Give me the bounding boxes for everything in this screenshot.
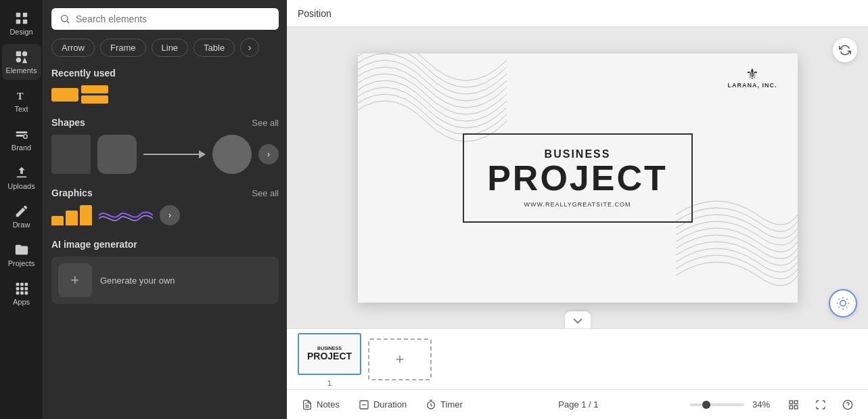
sidebar-item-elements[interactable]: Elements (2, 44, 41, 80)
graphic-wave[interactable] (99, 205, 153, 225)
fullscreen-button[interactable] (811, 395, 830, 414)
chip-frame[interactable]: Frame (100, 39, 146, 57)
slide-number: 1 (327, 379, 332, 387)
svg-rect-15 (24, 283, 28, 286)
shape-rect-small (51, 88, 78, 102)
search-input[interactable] (76, 14, 271, 24)
svg-rect-17 (20, 287, 24, 290)
shape-square[interactable] (51, 135, 91, 174)
page-indicator: Page 1 / 1 (558, 399, 598, 410)
filmstrip: BUSINESS PROJECT 1 + (287, 328, 868, 389)
arrow-head (199, 150, 206, 158)
page-indicator-text: Page 1 / 1 (558, 399, 598, 410)
help-button[interactable] (838, 395, 857, 414)
timer-label: Timer (440, 399, 463, 410)
slide-url: WWW.REALLYGREATSITE.COM (484, 201, 671, 208)
graphics-section-header: Graphics See all (51, 188, 279, 198)
notes-button[interactable]: Notes (298, 397, 344, 413)
ai-plus-button[interactable]: + (58, 263, 92, 297)
svg-line-32 (846, 299, 847, 300)
svg-line-23 (67, 21, 69, 23)
chip-table[interactable]: Table (193, 39, 235, 57)
slide-thumb-1[interactable]: BUSINESS PROJECT (298, 333, 361, 375)
slide-logo: ⚜ LARANA, INC. (728, 67, 777, 89)
sidebar-item-apps[interactable]: Apps (2, 275, 41, 311)
notes-label: Notes (317, 399, 340, 410)
chevron-down-icon (573, 318, 583, 324)
chip-line[interactable]: Line (152, 39, 189, 57)
sidebar-item-design[interactable]: Design (2, 5, 41, 41)
recently-used-item-1[interactable] (51, 85, 108, 104)
grid-view-button[interactable] (784, 395, 803, 414)
thumb-large-text: PROJECT (307, 351, 352, 361)
graphics-scroll-right[interactable]: › (160, 205, 180, 225)
svg-rect-13 (16, 283, 19, 286)
sidebar-label-design: Design (9, 28, 32, 36)
svg-point-5 (22, 51, 26, 56)
svg-rect-21 (24, 292, 28, 295)
sidebar-item-draw[interactable]: Draw (2, 198, 41, 234)
search-icon (60, 14, 70, 24)
sidebar-item-uploads[interactable]: Uploads (2, 160, 41, 196)
sidebar-label-apps: Apps (13, 298, 30, 306)
svg-rect-0 (16, 13, 20, 17)
top-bar: Position (287, 0, 868, 27)
collapse-button[interactable] (565, 311, 591, 328)
shape-arrow[interactable] (143, 150, 206, 158)
apps-icon (14, 281, 29, 296)
recently-used-title: Recently used (51, 68, 279, 79)
duration-button[interactable]: Duration (355, 397, 411, 413)
graphic-staircase[interactable] (51, 205, 92, 225)
text-icon: T (14, 88, 29, 103)
canvas-slide[interactable]: ⚜ LARANA, INC. BUSINESS PROJECT WWW.REAL… (358, 53, 798, 303)
svg-rect-40 (794, 401, 798, 404)
svg-text:T: T (16, 91, 23, 102)
svg-rect-9 (16, 131, 27, 133)
svg-rect-20 (20, 292, 24, 295)
position-label: Position (298, 8, 332, 19)
graphics-grid: › (51, 205, 279, 225)
shape-rounded-rect[interactable] (97, 135, 137, 174)
zoom-percent: 34% (752, 399, 776, 410)
add-slide-button[interactable]: + (368, 338, 432, 380)
zoom-slider[interactable] (690, 403, 744, 406)
bar2 (66, 211, 78, 225)
wave-bottom-right (676, 167, 798, 303)
bottom-left-tools: Notes Duration Timer (298, 397, 467, 413)
svg-rect-41 (790, 405, 793, 409)
help-icon (842, 399, 853, 410)
shape-circle[interactable] (212, 135, 252, 174)
refresh-button[interactable] (833, 38, 857, 62)
sidebar-item-projects[interactable]: Projects (2, 237, 41, 273)
shapes-see-all[interactable]: See all (252, 118, 279, 128)
chips-scroll-right[interactable]: › (240, 38, 259, 57)
sidebar-item-text[interactable]: T Text (2, 83, 41, 118)
duration-label: Duration (373, 399, 407, 410)
sidebar-label-elements: Elements (6, 66, 37, 74)
svg-marker-7 (22, 58, 26, 63)
bottom-toolbar: Notes Duration Timer Page 1 / 1 (287, 389, 868, 419)
duration-icon (359, 399, 369, 410)
arrow-line (143, 154, 199, 155)
bar3 (80, 205, 92, 225)
ai-generator-card[interactable]: + Generate your own (51, 257, 279, 304)
ai-generate-label: Generate your own (100, 275, 175, 286)
sidebar: Design Elements T Text Brand Uploads (0, 0, 43, 419)
magic-button[interactable] (829, 289, 857, 317)
grid-view-icon (788, 399, 799, 410)
shapes-scroll-right[interactable]: › (258, 144, 279, 164)
svg-line-31 (839, 307, 840, 307)
slide-main-content[interactable]: BUSINESS PROJECT WWW.REALLYGREATSITE.COM (463, 133, 693, 223)
graphics-title: Graphics (51, 188, 93, 198)
timer-button[interactable]: Timer (421, 397, 467, 413)
search-bar[interactable] (51, 8, 279, 30)
sidebar-label-uploads: Uploads (7, 182, 35, 190)
graphics-see-all[interactable]: See all (252, 188, 279, 198)
sidebar-label-text: Text (14, 105, 28, 113)
refresh-icon (839, 44, 851, 56)
sidebar-item-brand[interactable]: Brand (2, 121, 41, 157)
chip-arrow[interactable]: Arrow (51, 39, 95, 57)
projects-icon (14, 242, 29, 257)
sidebar-label-projects: Projects (8, 259, 35, 267)
svg-point-11 (23, 135, 27, 139)
